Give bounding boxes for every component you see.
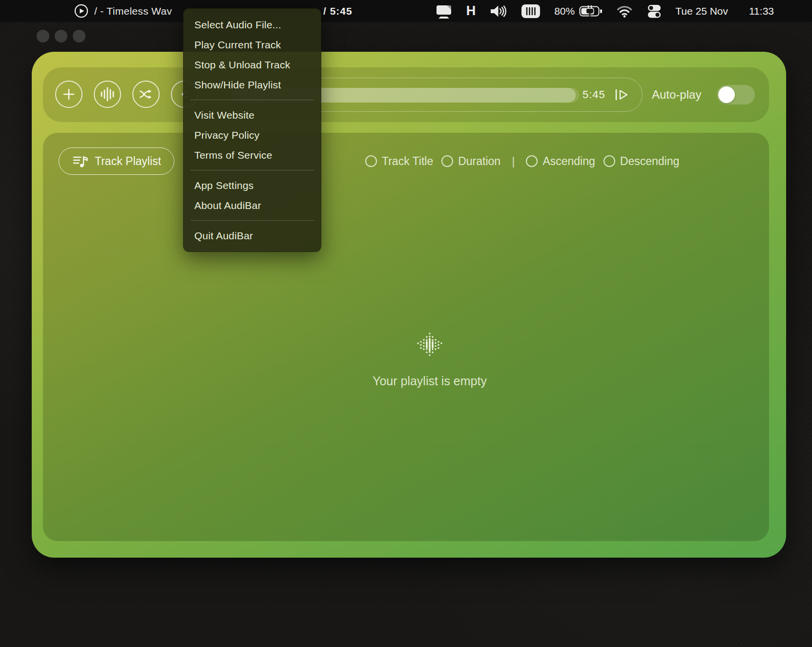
wifi-icon[interactable] xyxy=(616,4,633,18)
volume-icon[interactable] xyxy=(489,4,507,19)
sort-option-duration[interactable]: Duration xyxy=(441,155,500,168)
radio-icon xyxy=(526,155,538,167)
empty-playlist-message: Your playlist is empty xyxy=(312,374,547,388)
audibar-dropdown-menu: Select Audio File... Play Current Track … xyxy=(183,8,321,252)
playlist-note-icon xyxy=(72,153,88,169)
order-option-label: Ascending xyxy=(542,155,595,168)
menu-divider xyxy=(190,170,314,170)
piano-widget-icon[interactable] xyxy=(521,3,541,19)
menu-item-app-settings[interactable]: App Settings xyxy=(184,175,321,195)
radio-icon xyxy=(604,155,615,167)
battery-charging-icon xyxy=(579,5,603,18)
menu-divider xyxy=(190,100,314,100)
playlist-sort-controls: Track Title Duration | Ascending Descend… xyxy=(365,150,679,172)
track-playlist-button[interactable]: Track Playlist xyxy=(59,147,174,175)
menu-item-visit-website[interactable]: Visit Website xyxy=(184,105,321,125)
autoplay-toggle[interactable] xyxy=(717,85,755,104)
menu-item-quit-audibar[interactable]: Quit AudiBar xyxy=(184,226,321,246)
traffic-dot xyxy=(55,30,67,42)
menu-item-show-hide-playlist[interactable]: Show/Hide Playlist xyxy=(184,75,321,95)
menu-item-about-audibar[interactable]: About AudiBar xyxy=(184,195,321,215)
add-track-button[interactable] xyxy=(55,81,83,108)
player-bar: 5:45 Auto-play xyxy=(43,67,769,122)
h-app-icon[interactable]: H xyxy=(466,4,476,18)
playlist-panel: Track Playlist Track Title Duration | As… xyxy=(43,133,769,541)
menu-item-play-current-track[interactable]: Play Current Track xyxy=(184,35,321,55)
duration-label: 5:45 xyxy=(583,78,605,111)
sort-option-label: Track Title xyxy=(382,155,433,168)
play-circle-icon xyxy=(74,4,88,18)
battery-status[interactable]: 80% xyxy=(554,5,603,18)
menubar: / - Timeless Wav / 5:45 H xyxy=(0,0,812,22)
sort-option-track-title[interactable]: Track Title xyxy=(365,155,433,168)
traffic-dot xyxy=(73,30,85,42)
audibar-window: 5:45 Auto-play xyxy=(32,52,786,558)
skip-next-button[interactable] xyxy=(613,86,631,104)
menu-item-terms-of-service[interactable]: Terms of Service xyxy=(184,145,321,165)
menubar-status-item[interactable]: / - Timeless Wav xyxy=(74,0,172,22)
menubar-track-duration: / 5:45 xyxy=(323,0,353,22)
empty-playlist-state: Your playlist is empty xyxy=(312,330,547,388)
waveform-icon xyxy=(99,86,116,103)
window-traffic-lights xyxy=(37,30,85,42)
order-option-ascending[interactable]: Ascending xyxy=(526,155,595,168)
screen-mirroring-icon[interactable] xyxy=(435,3,453,19)
battery-percent-label: 80% xyxy=(554,5,575,17)
traffic-dot xyxy=(37,30,49,42)
menubar-date[interactable]: Tue 25 Nov xyxy=(675,5,728,17)
radio-icon xyxy=(365,155,377,167)
track-playlist-label: Track Playlist xyxy=(95,155,161,168)
menubar-status-icons: H 80% xyxy=(435,0,774,22)
sort-option-label: Duration xyxy=(458,155,500,168)
waveform-dots-icon xyxy=(415,330,444,359)
menu-divider xyxy=(190,220,314,221)
order-option-descending[interactable]: Descending xyxy=(604,155,679,168)
screen: / - Timeless Wav / 5:45 H xyxy=(0,0,812,647)
waveform-button[interactable] xyxy=(94,81,121,108)
plus-icon xyxy=(62,87,76,102)
menu-item-stop-unload-track[interactable]: Stop & Unload Track xyxy=(184,55,321,75)
menu-item-privacy-policy[interactable]: Privacy Policy xyxy=(184,125,321,145)
menubar-clock[interactable]: 11:33 xyxy=(749,5,774,17)
sort-separator: | xyxy=(509,154,518,168)
autoplay-label: Auto-play xyxy=(652,67,701,122)
skip-next-icon xyxy=(613,86,631,104)
menu-item-select-audio-file[interactable]: Select Audio File... xyxy=(184,15,321,35)
toggle-knob xyxy=(718,86,735,103)
menubar-track-title: / - Timeless Wav xyxy=(94,5,172,17)
shuffle-button[interactable] xyxy=(132,81,160,108)
control-center-icon[interactable] xyxy=(646,3,662,19)
radio-icon xyxy=(441,155,453,167)
shuffle-icon xyxy=(138,86,154,103)
order-option-label: Descending xyxy=(620,155,679,168)
